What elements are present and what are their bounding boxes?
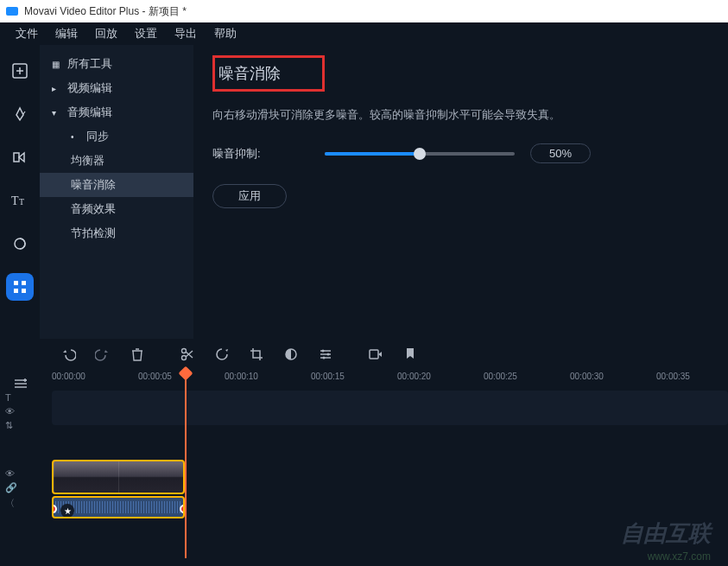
- svg-rect-9: [22, 289, 26, 293]
- visibility-icon[interactable]: 👁: [5, 406, 15, 417]
- timecode: 00:00:20: [397, 372, 431, 381]
- sidebar-audio-edit[interactable]: ▾ 音频编辑: [40, 100, 193, 124]
- menu-playback[interactable]: 回放: [86, 26, 126, 41]
- video-track-controls: 👁 🔗 〈: [5, 468, 17, 510]
- sidebar-item-label: 视频编辑: [67, 80, 112, 96]
- color-adjust-button[interactable]: [280, 343, 302, 366]
- delete-button[interactable]: [126, 343, 149, 366]
- link-icon[interactable]: ⇅: [5, 420, 15, 431]
- clip-properties-button[interactable]: [314, 343, 337, 366]
- svg-point-13: [322, 350, 325, 353]
- video-clip[interactable]: [52, 460, 185, 494]
- noise-suppression-row: 噪音抑制: 50%: [212, 143, 709, 163]
- slider-label: 噪音抑制:: [212, 146, 325, 162]
- sidebar-item-label: 节拍检测: [71, 226, 116, 241]
- text-track-lane[interactable]: [52, 391, 728, 425]
- sidebar-item-label: 噪音消除: [71, 177, 116, 193]
- timecode: 00:00:00: [52, 372, 85, 381]
- crop-button[interactable]: [245, 343, 268, 366]
- grid-icon: ▦: [52, 60, 62, 69]
- text-track-controls: T 👁 ⇅: [5, 392, 15, 431]
- sidebar-noise-removal[interactable]: 噪音消除: [40, 173, 193, 197]
- svg-rect-16: [370, 350, 378, 359]
- panel-title: 噪音消除: [212, 55, 325, 92]
- left-toolbar: TT: [0, 45, 40, 339]
- split-button[interactable]: [176, 343, 199, 366]
- playhead[interactable]: [185, 368, 187, 558]
- sidebar-item-label: 音频效果: [71, 201, 116, 217]
- tool-sidebar: ▦ 所有工具 ▸ 视频编辑 ▾ 音频编辑 • 同步 均衡器 噪音消除 音频效果 …: [40, 45, 193, 339]
- sidebar-sync[interactable]: • 同步: [40, 124, 193, 149]
- timeline-ruler[interactable]: 00:00:00 00:00:05 00:00:10 00:00:15 00:0…: [52, 370, 728, 391]
- window-title: Movavi Video Editor Plus - 新项目 *: [24, 4, 187, 19]
- svg-point-10: [182, 349, 187, 353]
- sidebar-equalizer[interactable]: 均衡器: [40, 149, 193, 173]
- svg-rect-0: [6, 7, 18, 16]
- audio-clip[interactable]: ★: [52, 496, 185, 518]
- marker-button[interactable]: [399, 343, 421, 366]
- watermark: 自由互联: [621, 518, 711, 549]
- titlebar: Movavi Video Editor Plus - 新项目 *: [0, 0, 728, 22]
- main-area: TT ▦ 所有工具 ▸ 视频编辑 ▾ 音频编辑 • 同步 均衡器 噪音消: [0, 45, 728, 339]
- clip-group: ★: [52, 460, 185, 518]
- svg-rect-8: [14, 289, 18, 293]
- timecode: 00:00:15: [311, 372, 345, 381]
- text-track-icon[interactable]: T: [5, 392, 15, 403]
- timecode: 00:00:05: [138, 372, 172, 381]
- apply-button[interactable]: 应用: [212, 184, 287, 208]
- sidebar-item-label: 音频编辑: [67, 105, 112, 120]
- redo-button[interactable]: [92, 343, 114, 366]
- transitions-button[interactable]: [6, 143, 34, 171]
- rotate-button[interactable]: [211, 343, 233, 366]
- timecode: 00:00:30: [570, 372, 604, 381]
- sidebar-video-edit[interactable]: ▸ 视频编辑: [40, 76, 193, 100]
- chevron-down-icon: ▾: [52, 108, 62, 118]
- sidebar-item-label: 同步: [86, 129, 109, 144]
- more-tools-button[interactable]: [6, 273, 34, 301]
- svg-text:T: T: [19, 197, 24, 207]
- bullet-icon: •: [71, 132, 81, 142]
- noise-suppression-slider[interactable]: [325, 152, 515, 156]
- timecode: 00:00:25: [484, 372, 517, 381]
- slider-value[interactable]: 50%: [530, 143, 591, 163]
- effect-indicator-icon[interactable]: ★: [60, 504, 74, 518]
- watermark-url: www.xz7.com: [648, 550, 711, 563]
- visibility-icon[interactable]: 👁: [5, 468, 17, 479]
- slider-fill: [325, 152, 420, 156]
- panel-description: 向右移动滑块可消除更多噪音。较高的噪音抑制水平可能会导致失真。: [212, 107, 709, 123]
- stickers-button[interactable]: [6, 230, 34, 258]
- settings-panel: 噪音消除 向右移动滑块可消除更多噪音。较高的噪音抑制水平可能会导致失真。 噪音抑…: [193, 45, 728, 339]
- menu-help[interactable]: 帮助: [206, 26, 245, 41]
- sidebar-all-tools[interactable]: ▦ 所有工具: [40, 52, 193, 76]
- chevron-right-icon: ▸: [52, 84, 62, 93]
- timecode: 00:00:35: [656, 372, 690, 381]
- titles-button[interactable]: TT: [6, 187, 34, 214]
- sidebar-beat-detection[interactable]: 节拍检测: [40, 221, 193, 245]
- menu-file[interactable]: 文件: [7, 26, 47, 41]
- svg-point-14: [327, 353, 330, 356]
- undo-button[interactable]: [57, 343, 79, 366]
- sidebar-item-label: 均衡器: [71, 153, 104, 169]
- sidebar-audio-effects[interactable]: 音频效果: [40, 197, 193, 221]
- add-media-button[interactable]: [6, 57, 34, 85]
- slider-thumb[interactable]: [414, 148, 426, 160]
- timeline: 00:00:00 00:00:05 00:00:10 00:00:15 00:0…: [0, 339, 728, 566]
- link-icon[interactable]: 🔗: [5, 482, 17, 493]
- svg-point-11: [182, 356, 187, 360]
- menu-export[interactable]: 导出: [166, 26, 206, 41]
- svg-rect-7: [22, 281, 26, 285]
- menu-settings[interactable]: 设置: [126, 26, 166, 41]
- svg-text:T: T: [11, 194, 19, 207]
- sidebar-item-label: 所有工具: [67, 56, 112, 72]
- svg-point-15: [323, 357, 326, 359]
- menu-edit[interactable]: 编辑: [47, 26, 86, 41]
- filters-button[interactable]: [6, 100, 34, 128]
- record-button[interactable]: [364, 343, 387, 366]
- track-lanes: T 👁 ⇅ 👁 🔗 〈 ★: [0, 391, 728, 430]
- collapse-icon[interactable]: 〈: [5, 497, 17, 510]
- timeline-toolbar: [0, 339, 728, 370]
- svg-rect-6: [14, 281, 18, 285]
- app-logo: [5, 4, 19, 18]
- menubar: 文件 编辑 回放 设置 导出 帮助: [0, 22, 728, 45]
- timecode: 00:00:10: [225, 372, 258, 381]
